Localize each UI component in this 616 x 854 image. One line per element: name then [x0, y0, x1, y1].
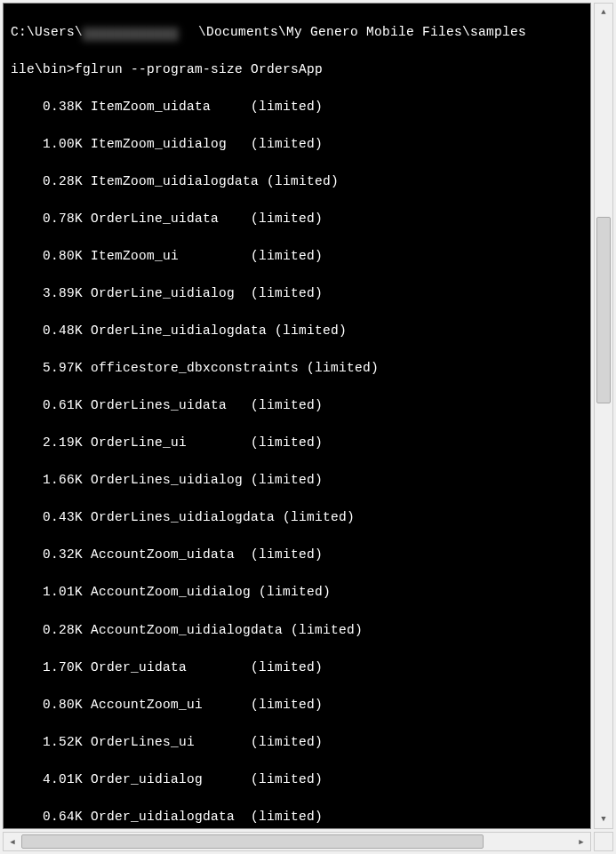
module-status: (limited)	[251, 435, 323, 450]
module-size: 5.97K	[11, 361, 83, 375]
prompt-line-2: ile\bin>fglrun --program-size OrdersApp	[11, 60, 583, 79]
module-status: (limited)	[251, 735, 323, 749]
module-size: 1.70K	[11, 660, 83, 674]
module-row: 0.48K OrderLine_uidialogdata (limited)	[11, 322, 583, 340]
module-name: OrderLines_uidata	[91, 398, 251, 412]
module-status: (limited)	[283, 510, 355, 524]
module-name: OrderLine_uidialogdata	[91, 323, 275, 338]
module-name: AccountZoom_uidialogdata	[91, 623, 291, 637]
path-prefix: \Users\	[27, 25, 83, 39]
terminal-window: C:\Users\\Documents\My Genero Mobile Fil…	[3, 3, 591, 829]
module-size: 0.78K	[11, 212, 83, 226]
module-row: 0.28K ItemZoom_uidialogdata (limited)	[11, 172, 583, 191]
module-size: 0.32K	[11, 547, 83, 562]
module-status: (limited)	[251, 698, 323, 712]
module-status: (limited)	[251, 810, 323, 824]
module-name: OrderLines_ui	[91, 735, 251, 749]
module-size: 1.01K	[11, 585, 83, 599]
module-row: 2.19K OrderLine_ui (limited)	[11, 434, 583, 452]
path-continued: ile\bin>	[11, 62, 75, 76]
scroll-left-arrow-icon[interactable]: ◀	[4, 833, 21, 850]
module-name: ItemZoom_uidialog	[91, 137, 251, 151]
module-row: 0.28K AccountZoom_uidialogdata (limited)	[11, 621, 583, 640]
module-row: 1.66K OrderLines_uidialog (limited)	[11, 471, 583, 490]
scroll-corner	[594, 832, 613, 851]
horizontal-scrollbar[interactable]: ◀ ▶	[3, 832, 591, 851]
module-name: Order_uidata	[91, 660, 251, 674]
module-size: 0.28K	[11, 174, 83, 188]
module-status: (limited)	[251, 547, 323, 562]
module-row: 0.78K OrderLine_uidata (limited)	[11, 210, 583, 228]
module-status: (limited)	[251, 100, 323, 114]
module-name: OrderLine_uidialog	[91, 286, 251, 300]
module-name: AccountZoom_uidialog	[91, 585, 259, 599]
module-row: 0.80K AccountZoom_ui (limited)	[11, 696, 583, 714]
module-row: 0.80K ItemZoom_ui (limited)	[11, 247, 583, 266]
module-row: 1.01K AccountZoom_uidialog (limited)	[11, 583, 583, 602]
prompt-line-1: C:\Users\\Documents\My Genero Mobile Fil…	[11, 23, 583, 42]
module-size: 0.64K	[11, 810, 83, 824]
vertical-scrollbar-thumb[interactable]	[596, 217, 611, 403]
module-size: 4.01K	[11, 772, 83, 786]
module-size: 0.80K	[11, 249, 83, 263]
scroll-right-arrow-icon[interactable]: ▶	[572, 833, 590, 850]
module-name: Order_uidialog	[91, 772, 251, 786]
module-status: (limited)	[275, 323, 347, 338]
module-status: (limited)	[307, 361, 379, 375]
module-name: OrderLines_uidialog	[91, 473, 251, 487]
module-size: 0.80K	[11, 698, 83, 712]
horizontal-scrollbar-thumb[interactable]	[21, 834, 484, 849]
module-row: 0.64K Order_uidialogdata (limited)	[11, 808, 583, 826]
module-status: (limited)	[251, 137, 323, 151]
module-row: 0.61K OrderLines_uidata (limited)	[11, 396, 583, 415]
redacted-username	[83, 26, 198, 38]
module-size: 1.66K	[11, 473, 83, 487]
module-status: (limited)	[251, 473, 323, 487]
module-row: 1.00K ItemZoom_uidialog (limited)	[11, 135, 583, 154]
module-name: officestore_dbxconstraints	[91, 361, 307, 375]
module-row: 5.97K officestore_dbxconstraints (limite…	[11, 359, 583, 378]
scroll-down-arrow-icon[interactable]: ▼	[595, 810, 612, 828]
module-size: 3.89K	[11, 286, 83, 300]
module-status: (limited)	[259, 585, 331, 599]
drive: C:	[11, 25, 27, 39]
module-size: 0.38K	[11, 100, 83, 114]
module-status: (limited)	[251, 660, 323, 674]
module-row: 0.38K ItemZoom_uidata (limited)	[11, 98, 583, 116]
path-suffix: \Documents\My Genero Mobile Files\sample…	[198, 25, 526, 39]
module-status: (limited)	[291, 623, 363, 637]
module-row: 0.43K OrderLines_uidialogdata (limited)	[11, 508, 583, 527]
module-size: 1.00K	[11, 137, 83, 151]
module-status: (limited)	[251, 286, 323, 300]
module-size: 0.48K	[11, 323, 83, 338]
module-status: (limited)	[251, 249, 323, 263]
module-name: ItemZoom_ui	[91, 249, 251, 263]
module-status: (limited)	[251, 772, 323, 786]
vertical-scrollbar[interactable]: ▲ ▼	[594, 3, 613, 829]
terminal-content: C:\Users\\Documents\My Genero Mobile Fil…	[4, 4, 590, 829]
module-size: 0.28K	[11, 623, 83, 637]
module-status: (limited)	[251, 212, 323, 226]
module-list: 0.38K ItemZoom_uidata (limited) 1.00K It…	[11, 98, 583, 829]
module-size: 0.61K	[11, 398, 83, 412]
module-name: ItemZoom_uidialogdata	[91, 174, 267, 188]
module-name: OrderLine_uidata	[91, 212, 251, 226]
module-row: 0.32K AccountZoom_uidata (limited)	[11, 546, 583, 564]
command-text: fglrun --program-size OrdersApp	[75, 62, 323, 76]
module-row: 1.70K Order_uidata (limited)	[11, 658, 583, 677]
module-size: 2.19K	[11, 435, 83, 450]
module-status: (limited)	[251, 398, 323, 412]
module-name: OrderLines_uidialogdata	[91, 510, 283, 524]
module-name: AccountZoom_ui	[91, 698, 251, 712]
module-name: ItemZoom_uidata	[91, 100, 251, 114]
module-size: 1.52K	[11, 735, 83, 749]
module-row: 4.01K Order_uidialog (limited)	[11, 770, 583, 789]
scroll-up-arrow-icon[interactable]: ▲	[595, 4, 612, 21]
module-row: 3.89K OrderLine_uidialog (limited)	[11, 284, 583, 303]
module-name: AccountZoom_uidata	[91, 547, 251, 562]
module-status: (limited)	[267, 174, 339, 188]
module-row: 1.52K OrderLines_ui (limited)	[11, 733, 583, 752]
module-name: OrderLine_ui	[91, 435, 251, 450]
module-name: Order_uidialogdata	[91, 810, 251, 824]
module-size: 0.43K	[11, 510, 83, 524]
